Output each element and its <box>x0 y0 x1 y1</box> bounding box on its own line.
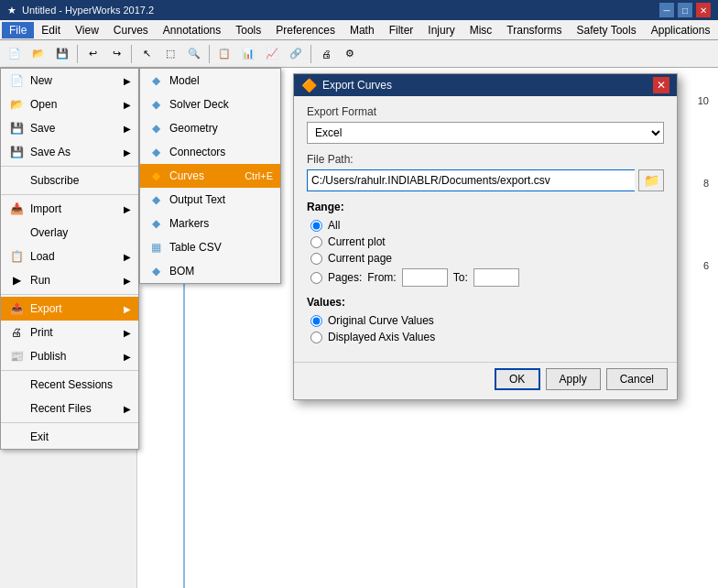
recent-sessions-icon <box>8 376 25 393</box>
toolbar-open[interactable]: 📂 <box>27 43 49 65</box>
print-icon: 🖨 <box>8 324 25 341</box>
menu-preferences[interactable]: Preferences <box>268 22 343 38</box>
menu-tools[interactable]: Tools <box>228 22 268 38</box>
range-current-plot-label: Current plot <box>328 235 386 248</box>
y-axis-8: 8 <box>703 178 709 189</box>
geometry-icon: ◆ <box>147 120 164 136</box>
menu-item-run[interactable]: ▶ Run ▶ <box>1 268 138 292</box>
submenu-output-text[interactable]: ◆ Output Text <box>140 188 280 212</box>
menu-curves[interactable]: Curves <box>106 22 156 38</box>
values-original-row: Original Curve Values <box>310 314 664 327</box>
range-current-plot-radio[interactable] <box>310 236 322 248</box>
maximize-button[interactable]: □ <box>678 3 692 17</box>
menu-item-new[interactable]: 📄 New ▶ <box>1 69 138 93</box>
menu-item-exit[interactable]: Exit <box>1 425 138 449</box>
menu-safety-tools[interactable]: Safety Tools <box>570 22 644 38</box>
menu-injury[interactable]: Injury <box>420 22 462 38</box>
toolbar-undo[interactable]: ↩ <box>82 43 103 65</box>
browse-button[interactable]: 📁 <box>638 169 664 191</box>
toolbar-print[interactable]: 🖨 <box>315 43 337 65</box>
curves-icon: ◆ <box>147 168 164 184</box>
toolbar-zoom[interactable]: 🔍 <box>183 43 205 65</box>
window-title: Untitled - HyperWorks 2017.2 <box>22 5 154 16</box>
toolbar-cursor[interactable]: ↖ <box>136 43 158 65</box>
filepath-input[interactable] <box>307 169 635 191</box>
range-all-label: All <box>328 219 340 232</box>
values-original-label: Original Curve Values <box>328 314 434 327</box>
menu-item-open[interactable]: 📂 Open ▶ <box>1 93 138 116</box>
toolbar-btn-7[interactable]: 📈 <box>261 43 283 65</box>
menu-item-subscribe[interactable]: Subscribe <box>1 169 138 192</box>
menu-item-print[interactable]: 🖨 Print ▶ <box>1 321 138 344</box>
menu-item-recent-sessions[interactable]: Recent Sessions <box>1 373 138 397</box>
pages-from-input[interactable] <box>402 268 448 287</box>
toolbar-btn-8[interactable]: 🔗 <box>285 43 307 65</box>
toolbar-settings[interactable]: ⚙ <box>339 43 361 65</box>
toolbar-save[interactable]: 💾 <box>51 43 73 65</box>
import-icon: 📥 <box>8 201 25 217</box>
menu-item-recent-files[interactable]: Recent Files ▶ <box>1 397 138 420</box>
dialog-close-button[interactable]: ✕ <box>653 77 669 93</box>
menu-item-load[interactable]: 📋 Load ▶ <box>1 245 138 268</box>
dialog-titlebar: 🔶 Export Curves ✕ <box>294 74 677 96</box>
export-curves-dialog[interactable]: 🔶 Export Curves ✕ Export Format Excel CS… <box>293 73 678 400</box>
values-label: Values: <box>307 296 664 309</box>
pages-to-input[interactable] <box>473 268 519 287</box>
submenu-bom[interactable]: ◆ BOM <box>140 259 280 283</box>
arrow-icon: ▶ <box>124 328 131 338</box>
menu-item-import[interactable]: 📥 Import ▶ <box>1 197 138 221</box>
submenu-model[interactable]: ◆ Model <box>140 69 280 93</box>
toolbar-new[interactable]: 📄 <box>4 43 26 65</box>
range-current-page-radio[interactable] <box>310 253 322 265</box>
subscribe-icon <box>8 172 25 189</box>
output-text-icon: ◆ <box>147 191 164 208</box>
menu-item-export[interactable]: 📤 Export ▶ <box>1 297 138 321</box>
cancel-button[interactable]: Cancel <box>606 368 668 390</box>
menu-item-overlay[interactable]: Overlay <box>1 221 138 245</box>
menu-misc[interactable]: Misc <box>462 22 500 38</box>
menu-item-save[interactable]: 💾 Save ▶ <box>1 116 138 140</box>
range-pages-radio[interactable] <box>310 272 322 284</box>
arrow-icon: ▶ <box>124 276 131 286</box>
sep-1 <box>1 166 138 167</box>
submenu-connectors[interactable]: ◆ Connectors <box>140 140 280 164</box>
range-all-radio[interactable] <box>310 220 322 232</box>
apply-button[interactable]: Apply <box>546 368 601 390</box>
minimize-button[interactable]: ─ <box>659 3 674 17</box>
menu-edit[interactable]: Edit <box>34 22 68 38</box>
menu-annotations[interactable]: Annotations <box>156 22 228 38</box>
table-csv-icon: ▦ <box>147 239 164 256</box>
values-radio-group: Original Curve Values Displayed Axis Val… <box>307 314 664 343</box>
toolbar-sep-2 <box>131 45 132 63</box>
markers-icon: ◆ <box>147 215 164 232</box>
toolbar-btn-6[interactable]: 📊 <box>237 43 259 65</box>
menu-transforms[interactable]: Transforms <box>499 22 569 38</box>
submenu-geometry[interactable]: ◆ Geometry <box>140 116 280 140</box>
solver-deck-icon: ◆ <box>147 96 164 113</box>
menu-view[interactable]: View <box>68 22 106 38</box>
toolbar-redo[interactable]: ↪ <box>105 43 127 65</box>
values-displayed-radio[interactable] <box>310 332 322 343</box>
arrow-icon: ▶ <box>124 252 131 262</box>
title-bar: ★ Untitled - HyperWorks 2017.2 ─ □ ✕ <box>0 0 718 20</box>
menu-math[interactable]: Math <box>343 22 382 38</box>
filepath-label: File Path: <box>307 153 664 166</box>
to-label: To: <box>453 271 468 284</box>
values-displayed-label: Displayed Axis Values <box>328 331 435 343</box>
menu-applications[interactable]: Applications <box>644 22 718 38</box>
submenu-markers[interactable]: ◆ Markers <box>140 212 280 235</box>
values-original-radio[interactable] <box>310 315 322 327</box>
submenu-solver-deck[interactable]: ◆ Solver Deck <box>140 93 280 116</box>
menu-item-publish[interactable]: 📰 Publish ▶ <box>1 344 138 368</box>
format-select[interactable]: Excel CSV HDF5 Universal <box>307 122 664 144</box>
menu-item-saveas[interactable]: 💾 Save As ▶ <box>1 140 138 164</box>
toolbar-select[interactable]: ⬚ <box>159 43 181 65</box>
menu-filter[interactable]: Filter <box>382 22 421 38</box>
toolbar-btn-5[interactable]: 📋 <box>213 43 235 65</box>
submenu-curves[interactable]: ◆ Curves Ctrl+E <box>140 164 280 188</box>
exit-icon <box>8 429 25 445</box>
close-button[interactable]: ✕ <box>696 3 711 17</box>
submenu-table-csv[interactable]: ▦ Table CSV <box>140 235 280 259</box>
ok-button[interactable]: OK <box>495 368 540 390</box>
menu-file[interactable]: File <box>2 22 34 38</box>
